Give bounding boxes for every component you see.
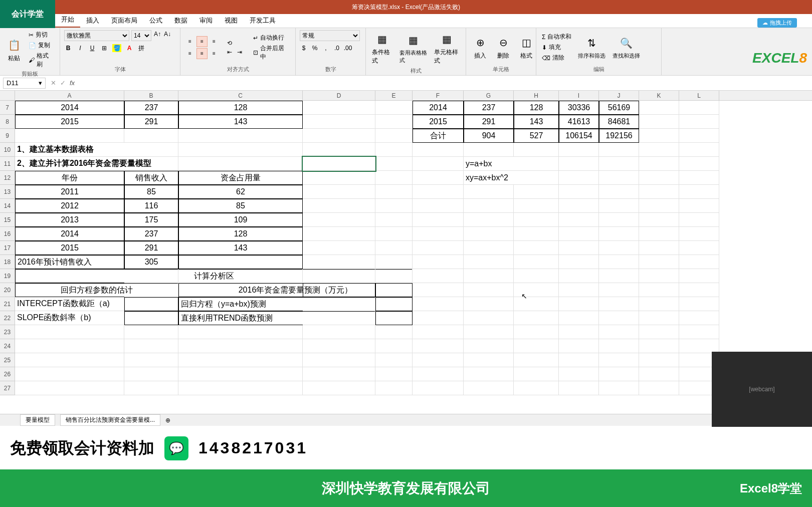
delete-cell-button[interactable]: ⊖删除	[493, 34, 513, 61]
cell-H7[interactable]: 128	[514, 101, 559, 115]
align-top-left[interactable]: ≡	[184, 36, 195, 47]
cell-K20[interactable]	[639, 283, 679, 297]
cell-G17[interactable]	[464, 241, 514, 255]
cell-I21[interactable]	[559, 297, 599, 311]
cell-A21[interactable]: INTERCEPT函数截距（a)	[15, 297, 124, 311]
cell-L17[interactable]	[679, 241, 719, 255]
row-header-26[interactable]: 26	[0, 367, 15, 381]
cell-I17[interactable]	[559, 241, 599, 255]
font-size-select[interactable]: 14	[131, 30, 151, 41]
decrease-decimal-icon[interactable]: .00	[344, 44, 352, 52]
underline-button[interactable]: U	[88, 44, 96, 52]
cell-K11[interactable]	[639, 157, 679, 171]
cell-L7[interactable]	[679, 101, 719, 115]
cell-I19[interactable]	[559, 269, 599, 283]
cell-I8[interactable]: 41613	[559, 115, 599, 129]
row-header-7[interactable]: 7	[0, 101, 15, 115]
cell-J23[interactable]	[599, 325, 639, 339]
phonetic-button[interactable]: 拼	[137, 44, 145, 52]
cell-E8[interactable]	[375, 115, 413, 129]
cell-L23[interactable]	[679, 325, 719, 339]
cell-B12[interactable]: 销售收入	[124, 171, 178, 185]
row-header-9[interactable]: 9	[0, 129, 15, 143]
col-header-H[interactable]: H	[514, 91, 559, 100]
cell-J25[interactable]	[599, 353, 639, 367]
cell-D22[interactable]	[303, 311, 375, 325]
cell-H25[interactable]	[514, 353, 559, 367]
cell-F16[interactable]	[413, 227, 464, 241]
cell-G21[interactable]	[464, 297, 514, 311]
cell-J7[interactable]: 56169	[599, 101, 639, 115]
cell-F22[interactable]	[413, 311, 464, 325]
align-mid-right[interactable]: ≡	[209, 48, 220, 59]
cell-F24[interactable]	[413, 339, 464, 353]
cell-L9[interactable]	[679, 129, 719, 143]
cell-A26[interactable]	[15, 367, 124, 381]
merge-button[interactable]: ⊡合并后居中	[252, 44, 291, 62]
tab-dev[interactable]: 开发工具	[244, 14, 282, 28]
row-header-21[interactable]: 21	[0, 297, 15, 311]
cell-F10[interactable]	[413, 143, 464, 157]
cell-D26[interactable]	[303, 367, 375, 381]
cell-K7[interactable]	[639, 101, 679, 115]
col-header-A[interactable]: A	[15, 91, 124, 100]
cell-H26[interactable]	[514, 367, 559, 381]
tab-data[interactable]: 数据	[168, 14, 193, 28]
cell-C13[interactable]: 62	[178, 185, 303, 199]
cell-E16[interactable]	[375, 227, 413, 241]
cell-B18[interactable]: 305	[124, 255, 178, 269]
cell-J18[interactable]	[599, 255, 639, 269]
cell-J8[interactable]: 84681	[599, 115, 639, 129]
cell-G9[interactable]: 904	[464, 129, 514, 143]
cell-B24[interactable]	[124, 339, 178, 353]
cell-I25[interactable]	[559, 353, 599, 367]
border-button[interactable]: ⊞	[100, 44, 108, 52]
cell-K9[interactable]	[639, 129, 679, 143]
col-header-B[interactable]: B	[124, 91, 178, 100]
cell-H22[interactable]	[514, 311, 559, 325]
cell-A12[interactable]: 年份	[15, 171, 124, 185]
cell-I18[interactable]	[559, 255, 599, 269]
format-cell-button[interactable]: ◫格式	[516, 34, 536, 61]
cell-L11[interactable]	[679, 157, 719, 171]
cell-J19[interactable]	[599, 269, 639, 283]
cell-B15[interactable]: 175	[124, 213, 178, 227]
cell-F19[interactable]	[413, 269, 464, 283]
cell-H13[interactable]	[514, 185, 559, 199]
cell-B7[interactable]: 237	[124, 101, 178, 115]
row-header-19[interactable]: 19	[0, 269, 15, 283]
paste-button[interactable]: 📋 粘贴	[4, 36, 24, 64]
cell-style-button[interactable]: ▦单元格样式	[432, 30, 462, 66]
number-format-select[interactable]: 常规	[300, 30, 360, 41]
cell-G20[interactable]	[464, 283, 514, 297]
format-painter-button[interactable]: 🖌格式刷	[27, 51, 56, 69]
cell-K23[interactable]	[639, 325, 679, 339]
row-header-17[interactable]: 17	[0, 241, 15, 255]
cell-B11[interactable]	[124, 157, 178, 171]
insert-cell-button[interactable]: ⊕插入	[470, 34, 490, 61]
col-header-D[interactable]: D	[303, 91, 375, 100]
autosum-button[interactable]: Σ自动求和	[540, 32, 573, 42]
cell-L24[interactable]	[679, 339, 719, 353]
col-header-L[interactable]: L	[679, 91, 719, 100]
cell-F17[interactable]	[413, 241, 464, 255]
cell-F9[interactable]: 合计	[413, 129, 464, 143]
cut-button[interactable]: ✂剪切	[27, 30, 56, 40]
col-header-C[interactable]: C	[178, 91, 303, 100]
cell-H12[interactable]	[514, 171, 559, 185]
cell-D11[interactable]	[303, 157, 375, 171]
cell-K22[interactable]	[639, 311, 679, 325]
cell-I9[interactable]: 106154	[559, 129, 599, 143]
cell-K21[interactable]	[639, 297, 679, 311]
cell-B19[interactable]	[124, 269, 178, 283]
cell-J9[interactable]: 192156	[599, 129, 639, 143]
cell-C18[interactable]	[178, 255, 303, 269]
cell-E22[interactable]	[375, 311, 413, 325]
cell-B8[interactable]: 291	[124, 115, 178, 129]
row-header-25[interactable]: 25	[0, 353, 15, 367]
cell-G27[interactable]	[464, 381, 514, 395]
sheet-tab-2[interactable]: 销售百分比法预测资金需要量模...	[60, 414, 160, 426]
cell-J27[interactable]	[599, 381, 639, 395]
tab-formula[interactable]: 公式	[143, 14, 168, 28]
cell-F20[interactable]	[413, 283, 464, 297]
